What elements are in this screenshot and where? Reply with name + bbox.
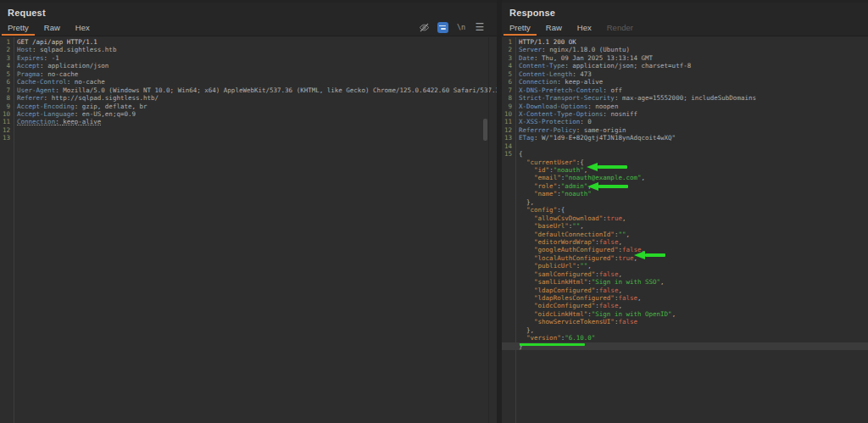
code-line[interactable]: "baseUrl":"", — [502, 222, 868, 230]
code-line[interactable]: 5Pragma: no-cache — [0, 70, 497, 78]
line-number: 2 — [0, 46, 14, 53]
line-number: 6 — [502, 78, 515, 86]
code-line[interactable]: 2Server: nginx/1.18.0 (Ubuntu) — [502, 46, 868, 53]
code-line[interactable]: 9Accept-Encoding: gzip, deflate, br — [0, 103, 497, 110]
code-line[interactable]: }, — [502, 326, 868, 334]
line-text: X-XSS-Protection: 0 — [515, 118, 592, 125]
request-title: Request — [8, 8, 46, 18]
line-text: "defaultConnectionId":"", — [515, 231, 630, 238]
line-number: 9 — [0, 103, 14, 110]
code-line[interactable]: "ldapRolesConfigured":false, — [502, 294, 868, 302]
response-panel: Response Pretty Raw Hex Render 1HTTP/1.1… — [502, 0, 868, 423]
code-line[interactable]: "showServiceTokensUI":false — [502, 318, 868, 326]
code-line[interactable]: 9X-Download-Options: noopen — [502, 103, 868, 110]
response-editor[interactable]: 1HTTP/1.1 200 OK2Server: nginx/1.18.0 (U… — [502, 37, 868, 423]
code-line[interactable]: 8Strict-Transport-Security: max-age=1555… — [502, 94, 868, 102]
code-line[interactable]: 7X-DNS-Prefetch-Control: off — [502, 86, 868, 94]
line-number: 11 — [502, 118, 515, 125]
request-scrollbar-thumb[interactable] — [483, 119, 487, 141]
code-line[interactable]: 5Content-Length: 473 — [502, 70, 868, 78]
code-line[interactable]: "role":"admin", — [502, 182, 868, 190]
syntax-highlight-icon[interactable] — [437, 22, 448, 33]
code-line[interactable]: "email":"noauth@example.com", — [502, 174, 868, 181]
response-tab-raw[interactable]: Raw — [538, 19, 570, 36]
response-tab-hex[interactable]: Hex — [570, 19, 599, 36]
code-line[interactable]: "oidcConfigured":false, — [502, 302, 868, 309]
menu-icon[interactable]: ☰ — [474, 22, 486, 33]
line-text: HTTP/1.1 200 OK — [515, 38, 576, 46]
line-text: "showServiceTokensUI":false — [515, 318, 637, 326]
code-line[interactable]: "oidcLinkHtml":"Sign in with OpenID", — [502, 310, 868, 318]
code-line[interactable]: } — [502, 342, 868, 350]
request-tab-pretty[interactable]: Pretty — [0, 19, 36, 36]
code-line[interactable]: "ldapConfigured":false, — [502, 287, 868, 294]
code-line[interactable]: 1GET /api/app HTTP/1.1 — [0, 38, 497, 46]
code-line[interactable]: }, — [502, 198, 868, 206]
line-text: "currentUser":{ — [515, 159, 584, 166]
response-tab-render[interactable]: Render — [599, 19, 641, 36]
line-number: 10 — [502, 110, 515, 118]
line-text: Referrer-Policy: same-origin — [515, 126, 626, 134]
code-line[interactable]: "id":"noauth", — [502, 166, 868, 174]
code-line[interactable]: 12 — [0, 126, 497, 134]
code-line[interactable]: 6Connection: keep-alive — [502, 78, 868, 86]
line-text: "email":"noauth@example.com", — [515, 174, 645, 181]
code-line[interactable]: 11X-XSS-Protection: 0 — [502, 118, 868, 125]
code-line[interactable]: 3Date: Thu, 09 Jan 2025 13:13:14 GMT — [502, 54, 868, 62]
code-line[interactable]: "name":"noauth" — [502, 190, 868, 198]
code-line[interactable]: 1HTTP/1.1 200 OK — [502, 38, 868, 46]
line-text: "samlLinkHtml":"Sign in with SSO", — [515, 278, 665, 286]
line-text: Accept-Encoding: gzip, deflate, br — [14, 103, 147, 110]
line-text: Content-Type: application/json; charset=… — [515, 62, 691, 70]
line-text: } — [515, 342, 523, 350]
code-line[interactable]: 10X-Content-Type-Options: nosniff — [502, 110, 868, 118]
line-number: 12 — [502, 126, 515, 134]
code-line[interactable]: 6Cache-Control: no-cache — [0, 78, 497, 86]
line-number: 4 — [502, 62, 515, 70]
line-text: "role":"admin", — [515, 182, 592, 190]
code-line[interactable]: "samlLinkHtml":"Sign in with SSO", — [502, 278, 868, 286]
code-line[interactable]: 8Referer: http://sqlpad.sightless.htb/ — [0, 94, 497, 102]
request-tab-hex[interactable]: Hex — [68, 19, 97, 36]
code-line[interactable]: "version":"6.10.0" — [502, 334, 868, 342]
code-line[interactable]: 11Connection: keep-alive — [0, 118, 497, 125]
line-number: 1 — [502, 38, 515, 46]
line-number: 13 — [502, 134, 515, 142]
code-line[interactable]: "publicUrl":"", — [502, 262, 868, 270]
line-number: 1 — [0, 38, 14, 46]
request-tab-raw[interactable]: Raw — [36, 19, 68, 36]
code-line[interactable]: 7User-Agent: Mozilla/5.0 (Windows NT 10.… — [0, 86, 497, 94]
code-line[interactable]: "editorWordWrap":false, — [502, 238, 868, 246]
code-line[interactable]: "samlConfigured":false, — [502, 270, 868, 278]
eye-off-icon[interactable] — [418, 22, 430, 33]
line-number: 8 — [0, 94, 14, 102]
code-line[interactable]: 13ETag: W/"1d9-E+82Qgtj4TJN18ynAdqcoit4w… — [502, 134, 868, 142]
code-line[interactable]: "allowCsvDownload":true, — [502, 214, 868, 222]
code-line[interactable]: "config":{ — [502, 206, 868, 214]
code-line[interactable]: 12Referrer-Policy: same-origin — [502, 126, 868, 134]
code-line[interactable]: 4Content-Type: application/json; charset… — [502, 62, 868, 70]
line-text: Accept-Language: en-US,en;q=0.9 — [14, 110, 136, 118]
response-tab-pretty[interactable]: Pretty — [502, 19, 538, 36]
code-line[interactable]: 13 — [0, 134, 497, 142]
newline-chars-icon[interactable]: \n — [455, 22, 467, 33]
code-line[interactable]: 14 — [502, 142, 868, 150]
code-line[interactable]: "googleAuthConfigured":false, — [502, 246, 868, 253]
code-line[interactable]: "defaultConnectionId":"", — [502, 231, 868, 238]
line-text: Accept: application/json — [14, 62, 108, 70]
line-text: }, — [515, 198, 534, 206]
code-line[interactable]: 2Host: sqlpad.sightless.htb — [0, 46, 497, 53]
code-line[interactable]: "localAuthConfigured":true, — [502, 254, 868, 262]
code-line[interactable]: 3Expires: -1 — [0, 54, 497, 62]
line-number: 3 — [0, 54, 14, 62]
code-line[interactable]: 4Accept: application/json — [0, 62, 497, 70]
line-text: "oidcLinkHtml":"Sign in with OpenID", — [515, 310, 676, 318]
line-text: Connection: keep-alive — [14, 118, 101, 125]
code-line[interactable]: 15{ — [502, 150, 868, 158]
code-line[interactable]: 10Accept-Language: en-US,en;q=0.9 — [0, 110, 497, 118]
code-line[interactable]: "currentUser":{ — [502, 159, 868, 166]
line-text: "ldapRolesConfigured":false, — [515, 294, 642, 302]
request-editor[interactable]: 1GET /api/app HTTP/1.12Host: sqlpad.sigh… — [0, 37, 497, 423]
line-text: Host: sqlpad.sightless.htb — [14, 46, 116, 53]
line-number: 3 — [502, 54, 515, 62]
